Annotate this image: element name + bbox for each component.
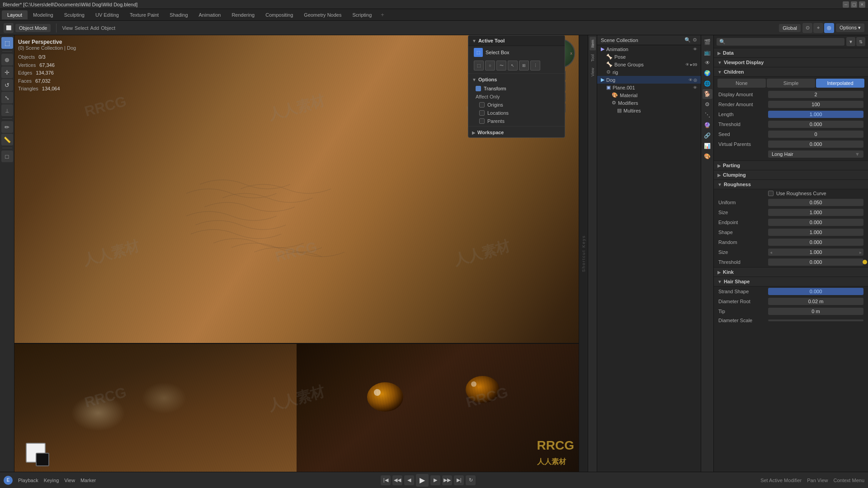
display-amount-value[interactable]: 2 (768, 91, 863, 98)
viewport-display-header[interactable]: ▼ Viewport Display (714, 58, 868, 67)
kink-section-header[interactable]: ▶ Kink (714, 267, 868, 277)
add-menu[interactable]: Add (90, 25, 99, 31)
tab-add[interactable]: + (377, 9, 388, 20)
hair-shape-section-header[interactable]: ▼ Hair Shape (714, 277, 868, 286)
tab-texture-paint[interactable]: Texture Paint (124, 10, 164, 19)
size2-arrow-right[interactable]: ▸ (859, 250, 862, 255)
tab-layout[interactable]: Layout (2, 10, 28, 19)
viewport-area[interactable]: RRCG 人人素材 RRCG 人人素材 RRCG 人人素材 RRCG 人人素材 … (14, 35, 579, 472)
outliner-item-rig[interactable]: ⚙ rig (597, 68, 701, 76)
tool-icon-lasso[interactable]: 〜 (496, 61, 506, 70)
tab-animation[interactable]: Animation (193, 10, 226, 19)
next-keyframe-btn[interactable]: ▶▶ (442, 475, 452, 485)
parents-row[interactable]: Parents (468, 117, 565, 125)
props-sort-icon[interactable]: ⇅ (856, 37, 865, 46)
outliner-item-dog[interactable]: ▶ Dog 👁 ◎ (597, 76, 701, 84)
play-btn[interactable]: ▶ (416, 474, 429, 487)
outliner-item-bone-groups[interactable]: 🦴 Bone Groups 👁 ▸99 (597, 61, 701, 68)
props-filter-icon[interactable]: ▼ (846, 37, 855, 46)
seed-value[interactable]: 0 (768, 131, 863, 138)
tool-icon-cursor[interactable]: ↖ (508, 61, 518, 70)
next-frame-btn[interactable]: ▶ (430, 475, 440, 485)
transform-checkbox[interactable] (476, 86, 481, 91)
tip-value[interactable]: 0 m (768, 308, 863, 315)
props-icon-particles[interactable]: ⋱ (703, 110, 712, 120)
threshold-value[interactable]: 0.000 (768, 121, 863, 128)
maximize-button[interactable]: ▢ (851, 1, 857, 8)
data-section-header[interactable]: ▶ Data (714, 48, 868, 58)
color-swatch-area[interactable] (26, 443, 46, 463)
scale-tool[interactable]: ⤡ (1, 92, 13, 103)
diameter-scale-value[interactable] (768, 319, 863, 321)
add-cube-tool[interactable]: □ (1, 150, 13, 162)
locations-checkbox[interactable] (479, 110, 485, 116)
active-tool-header[interactable]: ▼ Active Tool (468, 36, 565, 46)
random-value[interactable]: 0.000 (768, 239, 863, 246)
origins-checkbox[interactable] (479, 102, 485, 108)
marker-label[interactable]: Marker (80, 478, 96, 483)
props-icon-object[interactable]: 🐕 (703, 89, 712, 99)
outliner-item-plane[interactable]: ▣ Plane.001 👁 (597, 84, 701, 91)
use-roughness-curve-checkbox[interactable] (768, 191, 774, 196)
global-dropdown[interactable]: Global (779, 24, 801, 32)
props-search-wrap[interactable]: 🔍 (717, 38, 844, 46)
engine-selector[interactable]: E (4, 476, 13, 485)
render-amount-value[interactable]: 100 (768, 101, 863, 108)
shape-roughness-value[interactable]: 1.000 (768, 229, 863, 236)
outliner-search-icon[interactable]: 🔍 (684, 37, 691, 43)
use-roughness-curve-wrap[interactable]: Use Roughness Curve (768, 191, 863, 196)
mode-dropdown[interactable]: Object Mode (15, 24, 51, 32)
tool-icon-circle[interactable]: ○ (485, 61, 495, 70)
threshold-roughness-field[interactable]: 0.000 (768, 258, 863, 266)
side-tab-item[interactable]: Item (590, 37, 596, 51)
bottom-right-viewport[interactable]: RRCG人人素材 (297, 343, 579, 472)
props-icon-material[interactable]: 🎨 (703, 151, 712, 161)
long-hair-dropdown[interactable]: Long Hair ▼ (768, 150, 863, 158)
size-roughness-value[interactable]: 1.000 (768, 209, 863, 216)
mode-icon[interactable]: ⬜ (4, 23, 14, 33)
cursor-tool[interactable]: ⊕ (1, 54, 13, 66)
props-icon-data[interactable]: 📊 (703, 141, 712, 151)
transform-pivot[interactable]: ⊙ (802, 23, 812, 33)
animation-eye[interactable]: 👁 (693, 47, 697, 52)
tab-rendering[interactable]: Rendering (226, 10, 260, 19)
side-tab-tool[interactable]: Tool (590, 52, 596, 65)
keying-label[interactable]: Keying (44, 478, 59, 483)
children-interpolated-btn[interactable]: Interpolated (816, 79, 864, 88)
locations-row[interactable]: Locations (468, 109, 565, 117)
children-section-header[interactable]: ▼ Children (714, 67, 868, 77)
proportional-edit[interactable]: ◎ (824, 23, 834, 33)
outliner-item-multires[interactable]: ▤ Multires (597, 107, 701, 114)
tab-compositing[interactable]: Compositing (260, 10, 298, 19)
parting-header[interactable]: ▶ Parting (714, 160, 868, 170)
children-none-btn[interactable]: None (717, 79, 766, 88)
props-icon-constraints[interactable]: 🔗 (703, 131, 712, 141)
diameter-root-value[interactable]: 0.02 m (768, 298, 863, 305)
strand-shape-value[interactable]: 0.000 (768, 288, 863, 295)
size2-field[interactable]: ◂ 1.000 ▸ (768, 249, 863, 256)
props-icon-view[interactable]: 👁 (703, 58, 712, 68)
children-simple-btn[interactable]: Simple (767, 79, 815, 88)
playback-label[interactable]: Playback (18, 478, 38, 483)
length-value[interactable]: 1.000 (768, 111, 863, 118)
tab-geometry-nodes[interactable]: Geometry Nodes (298, 10, 347, 19)
move-tool[interactable]: ✛ (1, 66, 13, 78)
clumping-header[interactable]: ▶ Clumping (714, 170, 868, 180)
select-menu[interactable]: Select (75, 25, 89, 31)
origins-row[interactable]: Origins (468, 101, 565, 109)
frame-start-btn[interactable]: |◀ (381, 475, 391, 485)
workspace-header[interactable]: ▶ Workspace (468, 127, 565, 137)
tab-scripting[interactable]: Scripting (347, 10, 377, 19)
close-button[interactable]: ✕ (859, 1, 865, 8)
select-tool[interactable]: ⬚ (1, 37, 13, 49)
tab-sculpting[interactable]: Sculpting (59, 10, 90, 19)
props-icon-scene[interactable]: 🌍 (703, 68, 712, 78)
dog-eye[interactable]: 👁 (689, 78, 693, 82)
snap-toggle[interactable]: ⌖ (813, 23, 823, 33)
side-tab-view[interactable]: View (590, 65, 596, 79)
outliner-item-modifiers[interactable]: ⚙ Modifiers (597, 99, 701, 107)
transform-toggle[interactable]: Transform (468, 84, 565, 93)
parents-checkbox[interactable] (479, 118, 485, 124)
view-menu[interactable]: View (62, 25, 73, 31)
prev-frame-btn[interactable]: ◀ (404, 475, 414, 485)
